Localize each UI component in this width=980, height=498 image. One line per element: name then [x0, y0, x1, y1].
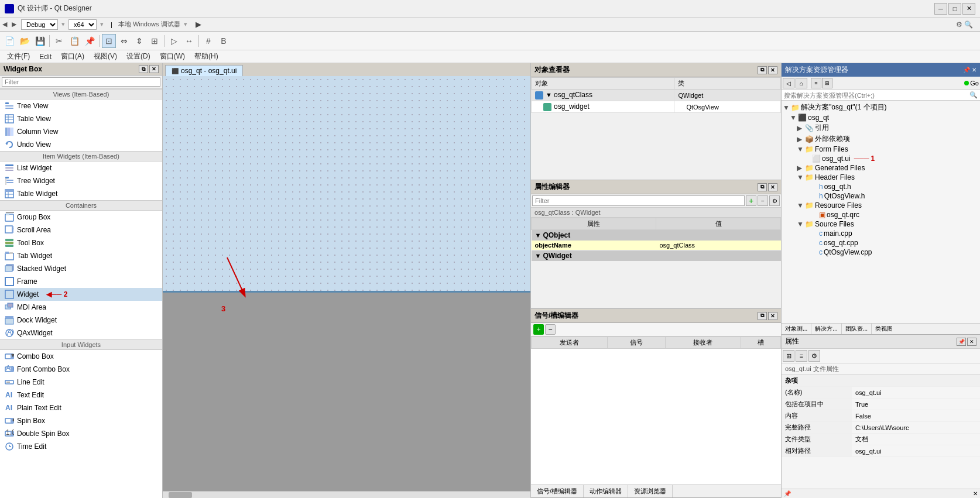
signal-float-btn[interactable]: ⧉ — [758, 312, 767, 320]
widget-item-undo-view[interactable]: Undo View — [0, 138, 162, 151]
signal-remove-btn[interactable]: − — [545, 324, 556, 335]
sol-search-icon[interactable]: 🔍 — [967, 90, 980, 100]
widget-item-table-view[interactable]: Table View — [0, 112, 162, 125]
widget-item-time-edit[interactable]: Time Edit — [0, 440, 162, 453]
widget-item-qax-widget[interactable]: AX QAxWidget — [0, 327, 162, 339]
menu-settings[interactable]: 设置(D) — [122, 50, 155, 63]
preview-btn[interactable]: ▷ — [167, 34, 181, 48]
obj-row-0[interactable]: ▼ osg_qtClass QWidget — [532, 90, 781, 101]
widget-box-close-btn[interactable]: ✕ — [149, 65, 159, 73]
layout-grid-btn[interactable]: ⊞ — [148, 34, 162, 48]
debug-mode-select[interactable]: Debug — [21, 19, 58, 30]
sol-tab-class[interactable]: 类视图 — [872, 324, 896, 334]
prop-row-rel-path[interactable]: 相对路径 osg_qt.ui — [782, 445, 980, 457]
sol-item-osg-h[interactable]: h osg_qt.h — [783, 182, 979, 191]
sol-back-btn[interactable]: ◁ — [783, 78, 794, 88]
sol-item-res-files[interactable]: ▼ 📁 Resource Files — [783, 201, 979, 210]
sol-tab-solution[interactable]: 解决方... — [811, 324, 841, 334]
select-btn[interactable]: ⊡ — [102, 34, 116, 48]
prop-bottom-btn3[interactable]: ⚙ — [808, 350, 820, 362]
sol-item-project[interactable]: ▼ ⬛ osg_qt — [783, 113, 979, 122]
widget-item-combo-box[interactable]: ▾ Combo Box — [0, 350, 162, 363]
sol-item-osg-ui[interactable]: ⬜ osg_qt.ui ─── 1 — [783, 154, 979, 163]
sol-item-gen-files[interactable]: ▶ 📁 Generated Files — [783, 163, 979, 173]
cut-btn[interactable]: ✂ — [52, 34, 66, 48]
sol-item-ext-dep[interactable]: ▶ 📦 外部依赖项 — [783, 133, 979, 145]
menu-help[interactable]: 帮助(H) — [190, 50, 223, 63]
signal-slot-btn[interactable]: ↔ — [182, 34, 196, 48]
prop-row-content[interactable]: 内容 False — [782, 410, 980, 422]
sol-tab-team[interactable]: 团队资... — [842, 324, 872, 334]
widget-item-list-widget[interactable]: List Widget — [0, 162, 162, 174]
signal-close-btn[interactable]: ✕ — [768, 312, 777, 320]
prop-bottom-btn2[interactable]: ≡ — [796, 350, 807, 362]
play-btn[interactable]: ▶ — [196, 20, 201, 29]
prop-row-full-path[interactable]: 完整路径 C:\Users\LW\sourc — [782, 422, 980, 434]
arch-select[interactable]: x64 — [68, 19, 97, 30]
sol-close-btn2[interactable]: ✕ — [972, 67, 976, 73]
widget-item-widget[interactable]: Widget ◀── 2 — [0, 288, 162, 301]
widget-item-scroll-area[interactable]: Scroll Area — [0, 224, 162, 236]
prop-footer-close[interactable]: ✕ — [973, 490, 978, 497]
menu-edit[interactable]: Edit — [35, 50, 56, 63]
sol-item-form-files[interactable]: ▼ 📁 Form Files — [783, 145, 979, 154]
sol-item-solution[interactable]: ▼ 📁 解决方案"osg_qt"(1 个项目) — [783, 102, 979, 113]
widget-item-font-combo-box[interactable]: Aa Font Combo Box — [0, 363, 162, 376]
obj-close-btn[interactable]: ✕ — [768, 66, 777, 74]
prop-remove-btn[interactable]: − — [758, 195, 768, 206]
widget-item-mdi-area[interactable]: MDI Area — [0, 301, 162, 314]
layout-h-btn[interactable]: ⇔ — [117, 34, 131, 48]
form-upper-area[interactable] — [163, 76, 530, 293]
sol-pin-btn[interactable]: 📌 — [963, 67, 970, 73]
prop-row-objectname[interactable]: objectName osg_qtClass — [532, 241, 781, 250]
widget-item-text-edit[interactable]: AI Text Edit — [0, 389, 162, 401]
toolbar-icon-2[interactable]: 🔍 — [964, 20, 973, 29]
sol-item-ref[interactable]: ▶ 📎 引用 — [783, 122, 979, 133]
minimize-btn[interactable]: ─ — [934, 3, 947, 15]
widget-box-float-btn[interactable]: ⧉ — [139, 65, 148, 73]
prop-add-btn[interactable]: + — [746, 195, 756, 206]
close-btn[interactable]: ✕ — [962, 3, 975, 15]
prop-bottom-close[interactable]: ✕ — [967, 338, 976, 346]
widget-item-table-widget[interactable]: Table Widget — [0, 187, 162, 200]
new-btn[interactable]: 📄 — [2, 34, 16, 48]
prop-row-include[interactable]: 包括在项目中 True — [782, 399, 980, 410]
hscroll-thumb[interactable] — [169, 492, 192, 498]
sol-item-qrc[interactable]: ▣ osg_qt.qrc — [783, 210, 979, 219]
widget-item-group-box[interactable]: ━━ Group Box — [0, 211, 162, 224]
save-btn[interactable]: 💾 — [33, 34, 47, 48]
prop-bottom-pin[interactable]: 📌 — [957, 338, 966, 346]
signal-footer-tab-1[interactable]: 动作编辑器 — [584, 485, 628, 497]
signal-footer-tab-0[interactable]: 信号/槽编辑器 — [531, 485, 584, 497]
prop-filter-input[interactable] — [532, 195, 745, 206]
sol-home-btn[interactable]: ⌂ — [796, 78, 807, 88]
widget-item-tool-box[interactable]: Tool Box — [0, 236, 162, 249]
layout-v-btn[interactable]: ⇕ — [132, 34, 146, 48]
signal-add-btn[interactable]: + — [533, 324, 544, 335]
widget-item-tree-view[interactable]: Tree View — [0, 99, 162, 112]
prop-row-file-type[interactable]: 文件类型 文档 — [782, 434, 980, 445]
obj-row-1[interactable]: osg_widget QtOsgView — [532, 101, 781, 113]
sol-view-btn1[interactable]: ≡ — [811, 78, 821, 88]
widget-filter-input[interactable] — [2, 77, 160, 87]
widget-item-spin-box[interactable]: ▲▼ Spin Box — [0, 414, 162, 427]
window-controls[interactable]: ─ □ ✕ — [934, 3, 975, 15]
copy-btn[interactable]: 📋 — [67, 34, 81, 48]
maximize-btn[interactable]: □ — [948, 3, 961, 15]
widget-item-tree-widget[interactable]: Tree Widget — [0, 174, 162, 187]
sol-go-btn[interactable]: Go — [970, 80, 979, 87]
sol-item-main-cpp[interactable]: c main.cpp — [783, 229, 979, 238]
prop-footer-pin-btn[interactable]: 📌 — [784, 490, 791, 497]
widget-item-stacked-widget[interactable]: Stacked Widget — [0, 262, 162, 275]
debug-back-btn[interactable]: ◀ — [2, 20, 7, 28]
sol-item-qtosgview-cpp[interactable]: c QtOsgView.cpp — [783, 248, 979, 257]
sol-search-input[interactable] — [782, 91, 967, 100]
prop-close-btn[interactable]: ✕ — [768, 183, 777, 191]
open-btn[interactable]: 📂 — [18, 34, 32, 48]
sol-tab-obj[interactable]: 对象测... — [782, 324, 811, 334]
sol-item-osgqt-cpp[interactable]: c osg_qt.cpp — [783, 238, 979, 248]
signal-footer-tab-2[interactable]: 资源浏览器 — [628, 485, 673, 497]
widget-item-plain-text-edit[interactable]: AI Plain Text Edit — [0, 401, 162, 414]
prop-row-name[interactable]: (名称) osg_qt.ui — [782, 387, 980, 399]
sol-item-qtosgh[interactable]: h QtOsgView.h — [783, 191, 979, 201]
